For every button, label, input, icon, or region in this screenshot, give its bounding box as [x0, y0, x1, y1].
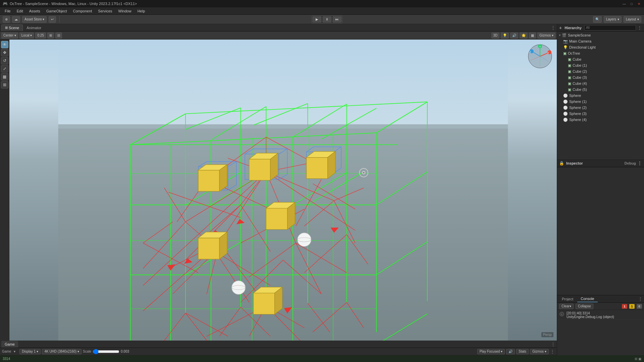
hierarchy-item-sphere3[interactable]: ⚪Sphere (3) — [557, 111, 644, 117]
clear-btn[interactable]: Clear ▾ — [559, 304, 574, 309]
audio-btn[interactable]: 🔊 — [510, 33, 518, 39]
scene-toolbar: Center ▾ Local ▾ 0.25 ⊞ ⊟ 3D 💡 🔊 🌟 ▦ Giz… — [0, 32, 557, 40]
hierarchy-item-cube4[interactable]: ▣Cube (4) — [557, 80, 644, 86]
menu-gameobject[interactable]: GameObject — [44, 8, 70, 14]
gizmos-game-btn[interactable]: Gizmos ▾ — [530, 349, 549, 354]
scene-tab-menu[interactable]: ⋮ — [551, 25, 555, 31]
2d-3d-btn[interactable]: 3D — [491, 33, 500, 39]
menu-help[interactable]: Help — [135, 8, 148, 14]
hand-tool[interactable]: 👁 — [1, 41, 8, 48]
hierarchy-item-sphere4[interactable]: ⚪Sphere (4) — [557, 117, 644, 123]
rect-tool[interactable]: ▦ — [1, 73, 8, 80]
hierarchy-item-maincamera[interactable]: 📷Main Camera — [557, 38, 644, 44]
search-btn[interactable]: 🔍 — [593, 16, 602, 23]
left-tools: 👁 ✥ ↺ ⤢ ▦ ⊞ — [0, 40, 9, 341]
rotate-tool[interactable]: ↺ — [1, 57, 8, 64]
hierarchy-item-cube[interactable]: ▣Cube — [557, 56, 644, 62]
minimize-btn[interactable]: — — [622, 1, 627, 6]
pause-btn[interactable]: ⏸ — [322, 16, 332, 23]
scene-gizmo[interactable]: X Y Z — [527, 43, 553, 70]
hierarchy-item-cube1[interactable]: ▣Cube (1) — [557, 62, 644, 68]
game-dropdown-arrow[interactable]: ▾ — [14, 350, 15, 353]
account-btn[interactable]: ⊕ — [3, 16, 10, 23]
mute-btn[interactable]: 🔊 — [506, 349, 515, 354]
clear-arrow: ▾ — [570, 304, 571, 308]
sphere-icon: ⚪ — [563, 118, 568, 122]
resolution-dropdown[interactable]: 4K UHD (3840x2160) ▾ — [42, 349, 82, 354]
layout-dropdown[interactable]: Layout ▾ — [624, 16, 641, 23]
menu-assets[interactable]: Assets — [26, 8, 43, 14]
menu-file[interactable]: File — [2, 8, 13, 14]
hierarchy-add-btn[interactable]: + — [559, 25, 562, 31]
step-btn[interactable]: ⏭ — [332, 16, 342, 23]
stats-btn[interactable]: Stats — [516, 349, 529, 354]
center-dropdown[interactable]: Center ▾ — [1, 33, 18, 39]
display-dropdown[interactable]: Display 1 ▾ — [19, 349, 41, 354]
close-btn[interactable]: ✕ — [637, 1, 641, 6]
lighting-btn[interactable]: 💡 — [501, 33, 509, 39]
inspector-menu-btn[interactable]: ⋮ — [637, 161, 642, 166]
error-badge[interactable]: 1 — [622, 304, 627, 309]
collapse-btn[interactable]: Collapse — [576, 304, 593, 309]
game-tab-menu[interactable]: ⋮ — [551, 342, 555, 347]
hierarchy-item-samplescene[interactable]: ▼🎬SampleScene — [557, 32, 644, 38]
scene-viewport[interactable]: X Y Z — [9, 40, 557, 341]
hierarchy-header: + Hierarchy ⋮ — [557, 24, 644, 32]
layout-label: Layout — [626, 17, 636, 21]
tab-game[interactable]: Game — [1, 341, 18, 348]
cloud-btn[interactable]: ☁ — [12, 16, 20, 23]
snap-btn[interactable]: ⊟ — [55, 33, 62, 39]
undo-btn[interactable]: ↩ — [49, 16, 56, 23]
game-toolbar-menu[interactable]: ⋮ — [550, 349, 555, 354]
hierarchy-item-cube3[interactable]: ▣Cube (3) — [557, 74, 644, 80]
hierarchy-item-cube2[interactable]: ▣Cube (2) — [557, 68, 644, 74]
play-focused-btn[interactable]: Play Focused ▾ — [477, 349, 505, 354]
menu-window[interactable]: Window — [116, 8, 134, 14]
hierarchy-item-sphere1[interactable]: ⚪Sphere (1) — [557, 99, 644, 105]
scale-tool[interactable]: ⤢ — [1, 65, 8, 72]
tab-scene[interactable]: ⊞ Scene — [1, 24, 23, 31]
cube-icon: ▣ — [568, 57, 571, 62]
grid-scale[interactable]: 0.25 — [35, 33, 46, 39]
hierarchy-item-sphere2[interactable]: ⚪Sphere (2) — [557, 105, 644, 111]
asset-store-btn[interactable]: Asset Store ▾ — [22, 16, 47, 23]
hierarchy-item-cube5[interactable]: ▣Cube (5) — [557, 86, 644, 93]
effects-btn[interactable]: 🌟 — [520, 33, 528, 39]
hierarchy-search[interactable] — [584, 25, 636, 31]
hierarchy-item-octree[interactable]: ▣OcTree — [557, 50, 644, 56]
tab-console[interactable]: Console — [577, 296, 597, 302]
grid-btn[interactable]: ⊞ — [47, 33, 54, 39]
hierarchy-item-dirlight[interactable]: 💡Directional Light — [557, 44, 644, 50]
game-label: Game — [2, 350, 11, 353]
console-tab-menu[interactable]: ⋮ — [638, 296, 643, 302]
scale-slider[interactable] — [93, 350, 119, 353]
inspector-lock-icon[interactable]: 🔒 — [559, 161, 564, 166]
tab-animator[interactable]: Animator — [23, 24, 45, 31]
menu-services[interactable]: Services — [95, 8, 115, 14]
layers-dropdown[interactable]: Layers ▾ — [604, 16, 622, 23]
camera-icon: 📷 — [563, 39, 568, 44]
play-focused-label: Play Focused — [480, 350, 500, 353]
transform-tool[interactable]: ⊞ — [1, 81, 8, 88]
svg-point-146 — [363, 172, 365, 174]
inspector-debug-btn[interactable]: Debug — [625, 161, 636, 165]
gizmos-btn[interactable]: Gizmos ▾ — [537, 33, 555, 39]
scene-vis-btn[interactable]: ▦ — [529, 33, 536, 39]
hierarchy-menu-btn[interactable]: ⋮ — [637, 25, 642, 31]
info-badge[interactable]: 0 — [637, 304, 642, 309]
console-entry-0[interactable]: i [20:01:40] 3314 UnityEngine.Debug.Log … — [558, 311, 643, 320]
maximize-btn[interactable]: □ — [629, 1, 634, 6]
hierarchy-item-label: Cube (2) — [573, 69, 587, 73]
hierarchy-item-label: Sphere — [569, 94, 581, 98]
scene-icon: 🎬 — [562, 33, 567, 38]
local-dropdown[interactable]: Local ▾ — [19, 33, 34, 39]
menu-edit[interactable]: Edit — [14, 8, 26, 14]
hierarchy-item-sphere[interactable]: ⚪Sphere — [557, 93, 644, 99]
titlebar-title: OcTree - SampleScene - Windows, Mac, Lin… — [10, 2, 137, 6]
play-btn[interactable]: ▶ — [312, 16, 322, 23]
tab-project[interactable]: Project — [558, 296, 577, 302]
move-tool[interactable]: ✥ — [1, 49, 8, 56]
menu-component[interactable]: Component — [70, 8, 95, 14]
warn-badge[interactable]: 1 — [629, 304, 635, 309]
layers-arrow: ▾ — [618, 17, 619, 21]
